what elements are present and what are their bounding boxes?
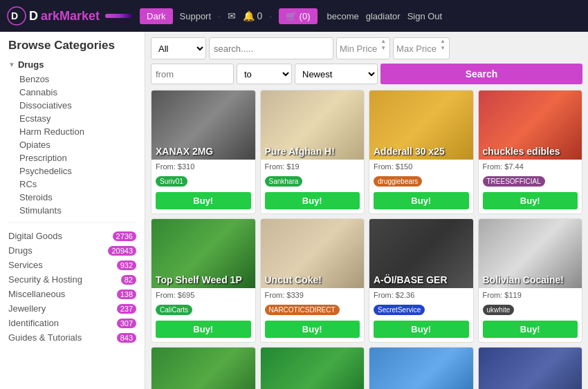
sidebar-item-digital-goods[interactable]: Digital Goods2736	[8, 229, 136, 243]
product-image-bg	[151, 348, 255, 389]
buy-button[interactable]: Buy!	[374, 192, 469, 209]
product-card: Adderall 30 x25From: $150druggiebearsBuy…	[369, 90, 474, 214]
search-bar-row2: to Newest Search	[151, 64, 582, 84]
sidebar-item-benzos[interactable]: Benzos	[8, 73, 136, 86]
sidebar-item-jewellery[interactable]: Jewellery237	[8, 301, 136, 316]
category-label: Services	[8, 260, 43, 270]
product-info: From: $695	[151, 288, 255, 302]
product-price: From: $7.44	[483, 162, 578, 171]
logo-icon: D	[7, 6, 26, 26]
product-price: From: $2.36	[374, 291, 469, 299]
logo-dark-text: D	[29, 9, 38, 23]
product-grid: XANAX 2MGFrom: $310Suriv01Buy!Pure Afgha…	[151, 90, 582, 389]
min-price-field: Min Price ▲ ▼	[336, 37, 390, 59]
sidebar-item-opiates[interactable]: Opiates	[8, 138, 136, 151]
product-card: DMT	[478, 347, 583, 389]
signout-link[interactable]: Sign Out	[407, 11, 443, 21]
sidebar-item-psychedelics[interactable]: Psychedelics	[8, 164, 136, 178]
buy-button[interactable]: Buy!	[156, 321, 251, 338]
mail-icon[interactable]: ✉	[228, 10, 236, 21]
max-price-up-icon[interactable]: ▲	[439, 38, 446, 45]
sidebar-item-guides-&-tutorials[interactable]: Guides & Tutorials843	[8, 330, 136, 345]
category-count: 2736	[113, 231, 136, 241]
product-price: From: $19	[265, 162, 360, 171]
sidebar-item-dissociatives[interactable]: Dissociatives	[8, 99, 136, 112]
product-card: chuckles ediblesFrom: $7.44TREESOFFICIAL…	[478, 90, 583, 214]
sidebar-item-security-&-hosting[interactable]: Security & Hosting82	[8, 272, 136, 287]
support-link[interactable]: Support	[180, 11, 212, 21]
username-link[interactable]: gladiator	[366, 11, 401, 21]
sidebar-item-prescription[interactable]: Prescription	[8, 151, 136, 164]
product-card: Sandoz	[369, 347, 474, 389]
product-title: Uncut Coke!	[261, 272, 365, 288]
product-price: From: $119	[483, 291, 578, 299]
search-button[interactable]: Search	[380, 64, 582, 84]
product-info: From: $310	[151, 160, 255, 173]
buy-button[interactable]: Buy!	[265, 192, 360, 209]
sidebar-item-cannabis[interactable]: Cannabis	[8, 86, 136, 99]
cart-button[interactable]: 🛒 (0)	[279, 8, 318, 24]
to-select[interactable]: to	[237, 64, 292, 84]
logo: D DarkMarket	[7, 6, 133, 26]
product-image-bg	[479, 348, 582, 389]
sidebar-title: Browse Categories	[8, 39, 136, 53]
product-image: DMT	[479, 348, 582, 389]
seller-badge: SecretService	[374, 305, 425, 315]
sidebar-item-steroids[interactable]: Steroids	[8, 191, 136, 204]
buy-button[interactable]: Buy!	[483, 321, 578, 338]
seller-badge: Suriv01	[156, 176, 187, 187]
sidebar-divider	[8, 222, 136, 223]
buy-button[interactable]: Buy!	[483, 192, 578, 209]
seller-badge-wrap: ukwhite	[479, 302, 582, 318]
product-image: XANAX 2MG	[151, 91, 255, 160]
dot-separator-2: ·	[269, 11, 272, 21]
category-count: 82	[121, 275, 136, 285]
dot-separator-1: ·	[218, 11, 221, 21]
header: D DarkMarket Dark Support · ✉ 🔔 0 · 🛒 (0…	[0, 0, 588, 32]
product-image: Top Shelf Weed 1P	[151, 219, 255, 288]
sidebar-item-identification[interactable]: Identification307	[8, 316, 136, 330]
svg-text:D: D	[11, 10, 18, 21]
dark-mode-button[interactable]: Dark	[140, 8, 172, 24]
sidebar-item-drugs[interactable]: Drugs20943	[8, 243, 136, 258]
product-card: Top Shelf Weed 1PFrom: $695CaliCartsBuy!	[151, 218, 256, 343]
product-title: Top Shelf Weed 1P	[151, 272, 255, 288]
product-info: From: $119	[479, 288, 582, 302]
bell-icon[interactable]: 🔔 0	[243, 10, 263, 21]
sidebar-item-miscellaneous[interactable]: Miscellaneous138	[8, 287, 136, 301]
sidebar-item-stimulants[interactable]: Stimulants	[8, 204, 136, 217]
buy-button[interactable]: Buy!	[265, 321, 360, 338]
content-area: All Min Price ▲ ▼ Max Price ▲ ▼	[145, 32, 588, 389]
max-price-down-icon[interactable]: ▼	[439, 45, 446, 52]
max-price-label: Max Price	[396, 44, 437, 54]
sidebar-item-services[interactable]: Services932	[8, 258, 136, 272]
category-list: Digital Goods2736Drugs20943Services932Se…	[8, 229, 136, 345]
min-price-down-icon[interactable]: ▼	[380, 45, 387, 52]
buy-button[interactable]: Buy!	[374, 321, 469, 338]
search-bar-row1: All Min Price ▲ ▼ Max Price ▲ ▼	[151, 37, 582, 59]
sidebar-item-harm-reduction[interactable]: Harm Reduction	[8, 125, 136, 138]
category-count: 20943	[108, 246, 136, 256]
product-info: From: $2.36	[369, 288, 473, 302]
drugs-section[interactable]: ▼ Drugs	[8, 59, 136, 70]
buy-button[interactable]: Buy!	[156, 192, 251, 209]
product-card: Bolivian Cocaine!From: $119ukwhiteBuy!	[478, 218, 583, 343]
sidebar-item-ecstasy[interactable]: Ecstasy	[8, 112, 136, 125]
category-select[interactable]: All	[151, 37, 206, 59]
become-link[interactable]: become	[327, 11, 359, 21]
product-info: From: $150	[369, 160, 473, 173]
category-label: Jewellery	[8, 303, 46, 314]
from-input[interactable]	[151, 64, 234, 84]
category-count: 138	[117, 290, 136, 299]
sidebar-item-rcs[interactable]: RCs	[8, 178, 136, 191]
seller-badge-wrap: CaliCarts	[151, 302, 255, 318]
keyword-input[interactable]	[209, 37, 333, 59]
seller-badge-wrap: Suriv01	[151, 173, 255, 189]
category-count: 843	[117, 333, 136, 343]
min-price-up-icon[interactable]: ▲	[380, 38, 387, 45]
category-count: 932	[117, 260, 136, 270]
sort-select[interactable]: Newest	[295, 64, 378, 84]
product-card: 1g Raw	[151, 347, 256, 389]
product-card: NEW OG	[260, 347, 365, 389]
product-card: XANAX 2MGFrom: $310Suriv01Buy!	[151, 90, 256, 214]
